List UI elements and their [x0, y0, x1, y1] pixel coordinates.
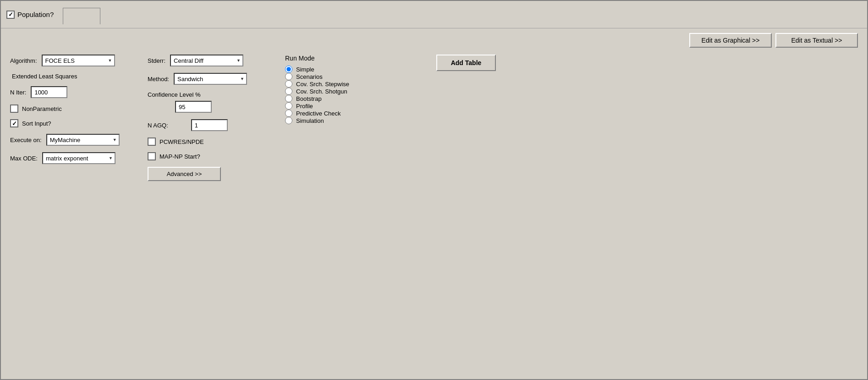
n-iter-label: N Iter:: [10, 89, 26, 96]
execute-on-select[interactable]: MyMachine: [46, 134, 120, 146]
n-iter-input[interactable]: [31, 86, 67, 98]
tab-item[interactable]: [63, 8, 100, 24]
main-container: Population? Edit as Graphical >> Edit as…: [0, 0, 868, 380]
radio-simple-label: Simple: [296, 66, 314, 73]
pcwres-label: PCWRES/NPDE: [159, 138, 204, 145]
radio-cov-stepwise: Cov. Srch. Stepwise: [285, 80, 349, 88]
execute-on-select-wrapper: MyMachine: [46, 134, 120, 146]
radio-cov-stepwise-input[interactable]: [285, 80, 292, 88]
nonparametric-checkbox[interactable]: [10, 105, 18, 113]
method-select[interactable]: Sandwich R Matrix S Matrix: [174, 73, 247, 85]
right-panel: Run Mode Simple Scenarios Cov. Srch. Ste…: [276, 55, 496, 181]
n-iter-row: N Iter:: [10, 86, 129, 98]
radio-simple: Simple: [285, 66, 349, 73]
toolbar-row: Edit as Graphical >> Edit as Textual >>: [1, 28, 867, 50]
max-ode-select[interactable]: matrix exponent runge kutta advan: [42, 152, 115, 164]
radio-simple-input[interactable]: [285, 66, 292, 73]
method-row: Method: Sandwich R Matrix S Matrix: [148, 73, 267, 85]
radio-profile: Profile: [285, 102, 349, 110]
map-np-checkbox[interactable]: [148, 152, 156, 160]
radio-simulation-input[interactable]: [285, 117, 292, 124]
advanced-button[interactable]: Advanced >>: [148, 167, 221, 181]
radio-bootstrap: Bootstrap: [285, 95, 349, 102]
radio-bootstrap-label: Bootstrap: [296, 95, 322, 102]
algorithm-label: Algorithm:: [10, 57, 37, 64]
execute-on-label: Execute on:: [10, 137, 42, 143]
middle-panel: Stderr: Central Diff Forward Diff None M…: [138, 55, 267, 181]
map-np-row: MAP-NP Start?: [148, 152, 267, 160]
add-table-button[interactable]: Add Table: [436, 55, 496, 71]
radio-simulation-label: Simulation: [296, 117, 324, 124]
radio-cov-stepwise-label: Cov. Srch. Stepwise: [296, 81, 349, 88]
map-np-label: MAP-NP Start?: [159, 153, 200, 160]
sort-input-checkbox[interactable]: [10, 119, 18, 127]
method-select-wrapper: Sandwich R Matrix S Matrix: [174, 73, 247, 85]
pcwres-row: PCWRES/NPDE: [148, 138, 267, 146]
stderr-select-wrapper: Central Diff Forward Diff None: [170, 55, 243, 66]
radio-profile-input[interactable]: [285, 102, 292, 110]
n-agq-label: N AGQ:: [148, 122, 168, 129]
content-area: Algorithm: FOCE ELS FOCE FO LAPLACE Exte…: [1, 50, 867, 186]
radio-cov-shotgun: Cov. Srch. Shotgun: [285, 88, 349, 95]
run-mode-section: Run Mode Simple Scenarios Cov. Srch. Ste…: [285, 55, 349, 124]
method-label: Method:: [148, 76, 169, 83]
stderr-label: Stderr:: [148, 57, 165, 64]
algorithm-select-wrapper: FOCE ELS FOCE FO LAPLACE: [42, 55, 115, 66]
radio-cov-shotgun-label: Cov. Srch. Shotgun: [296, 88, 347, 95]
radio-simulation: Simulation: [285, 117, 349, 124]
radio-profile-label: Profile: [296, 103, 313, 110]
algorithm-row: Algorithm: FOCE ELS FOCE FO LAPLACE: [10, 55, 129, 66]
confidence-level-label: Confidence Level %: [148, 91, 201, 98]
max-ode-label: Max ODE:: [10, 155, 38, 162]
algorithm-select[interactable]: FOCE ELS FOCE FO LAPLACE: [42, 55, 115, 66]
pcwres-checkbox[interactable]: [148, 138, 156, 146]
radio-predictive-check-label: Predictive Check: [296, 110, 341, 117]
confidence-input-row: [148, 101, 267, 113]
n-agq-row: N AGQ:: [148, 119, 267, 131]
far-right-panel: Add Table: [427, 55, 496, 71]
edit-graphical-button[interactable]: Edit as Graphical >>: [689, 33, 772, 48]
radio-scenarios-input[interactable]: [285, 73, 292, 80]
sort-input-label: Sort Input?: [22, 120, 51, 127]
radio-predictive-check: Predictive Check: [285, 110, 349, 117]
execute-on-row: Execute on: MyMachine: [10, 134, 129, 146]
sort-input-row: Sort Input?: [10, 119, 129, 127]
nonparametric-label: NonParametric: [22, 105, 62, 112]
left-panel: Algorithm: FOCE ELS FOCE FO LAPLACE Exte…: [10, 55, 129, 181]
max-ode-row: Max ODE: matrix exponent runge kutta adv…: [10, 152, 129, 164]
confidence-level-section: Confidence Level %: [148, 91, 267, 113]
radio-cov-shotgun-input[interactable]: [285, 88, 292, 95]
tab-area: [63, 5, 100, 24]
radio-predictive-check-input[interactable]: [285, 110, 292, 117]
edit-textual-button[interactable]: Edit as Textual >>: [775, 33, 858, 48]
stderr-select[interactable]: Central Diff Forward Diff None: [170, 55, 243, 66]
run-mode-title: Run Mode: [285, 55, 349, 62]
advanced-button-container: Advanced >>: [148, 167, 267, 181]
population-checkbox[interactable]: [6, 11, 15, 19]
stderr-row: Stderr: Central Diff Forward Diff None: [148, 55, 267, 66]
radio-bootstrap-input[interactable]: [285, 95, 292, 102]
nonparametric-row: NonParametric: [10, 105, 129, 113]
algorithm-description: Extended Least Squares: [10, 73, 129, 80]
population-check-row: Population?: [6, 11, 54, 19]
top-bar: Population?: [1, 1, 867, 28]
confidence-level-input[interactable]: [175, 101, 212, 113]
max-ode-select-wrapper: matrix exponent runge kutta advan: [42, 152, 115, 164]
n-agq-input[interactable]: [191, 119, 228, 131]
radio-scenarios: Scenarios: [285, 73, 349, 80]
population-label: Population?: [17, 11, 54, 18]
radio-scenarios-label: Scenarios: [296, 73, 323, 80]
